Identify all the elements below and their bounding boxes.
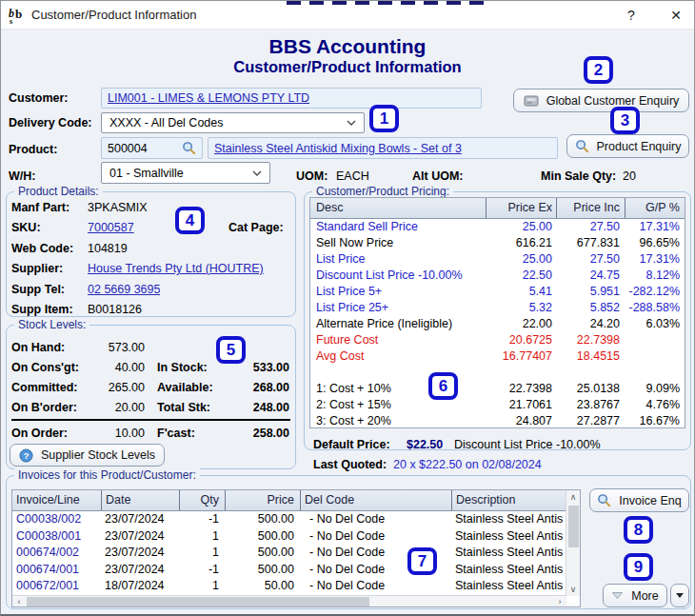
inc-cell: 5.852 (556, 300, 625, 316)
product-description-link[interactable]: Stainless Steel Antiskid Mixing Bowls - … (214, 142, 462, 155)
inc-cell: 5.951 (556, 284, 625, 300)
uom-label: UOM: (296, 169, 328, 183)
default-price-value: $22.50 (407, 438, 443, 451)
pricing-row[interactable]: List Price 5+5.415.951-282.12% (310, 284, 685, 300)
alt-uom-label: Alt UOM: (412, 169, 463, 183)
pricing-row[interactable]: Avg Cost16.7740718.4515 (310, 348, 685, 365)
close-button[interactable]: ✕ (658, 1, 694, 30)
column-header[interactable]: Price (225, 490, 300, 510)
ex-cell: 20.6725 (486, 332, 556, 348)
supplier-stock-levels-button[interactable]: ? Supplier Stock Levels (10, 444, 165, 467)
global-customer-enquiry-label: Global Customer Enquiry (546, 94, 680, 108)
invoice-row[interactable]: C00038/00223/07/2024-1500.00- No Del Cod… (12, 511, 580, 528)
search-icon[interactable] (182, 141, 196, 155)
svg-text:b: b (15, 7, 22, 21)
vertical-scrollbar[interactable]: ∧ ∨ (566, 490, 580, 596)
invoice-row[interactable]: 000672/00118/07/2024150.00- No Del CodeS… (12, 578, 580, 595)
column-header[interactable]: G/P % (625, 198, 685, 218)
pricing-row[interactable]: Sell Now Price616.21677.83196.65% (310, 235, 685, 251)
chevron-down-icon (252, 170, 262, 176)
idesc-cell: Stainless Steel Antis (451, 545, 566, 562)
pricing-row[interactable] (310, 365, 685, 381)
product-description-field[interactable]: Stainless Steel Antiskid Mixing Bowls - … (208, 137, 558, 159)
ex-cell: 16.77407 (486, 348, 556, 365)
chevron-down-icon (347, 120, 356, 126)
invoice-row[interactable]: 000674/00123/07/2024-1500.00- No Del Cod… (12, 562, 580, 579)
column-header[interactable]: Price Ex (486, 198, 556, 218)
inv-cell: 000672/001 (12, 578, 101, 595)
horizontal-scrollbar[interactable]: ‹ › (12, 595, 566, 606)
desc-cell: List Price 5+ (310, 284, 486, 300)
idesc-cell: Stainless Steel Antis (451, 511, 566, 528)
column-header[interactable]: Price Inc (556, 198, 625, 218)
inc-cell: 22.7398 (556, 332, 625, 348)
ex-cell: 24.807 (486, 413, 556, 428)
qty-cell: -1 (179, 562, 225, 579)
gp-cell: 17.31% (625, 219, 685, 235)
date-cell: 23/07/2024 (101, 511, 179, 528)
pricing-row[interactable]: List Price25.0027.5017.31% (310, 251, 685, 268)
invoices-table-header: Invoice/Line Date Qty Price Del Code Des… (12, 490, 580, 511)
fcast-label: F'cast: (157, 427, 195, 440)
pricing-row[interactable]: List Price 25+5.325.852-288.58% (310, 300, 685, 316)
date-cell: 23/07/2024 (101, 562, 179, 579)
del-cell: - No Del Code (300, 578, 451, 595)
invoices-title: Invoices for this Product/Customer: (14, 468, 200, 482)
column-header[interactable]: Date (101, 490, 179, 510)
min-sale-qty-value: 20 (623, 169, 636, 183)
callout-6: 6 (428, 372, 458, 400)
supplier-link[interactable]: House Trends Pty Ltd (HOUTRE) (88, 262, 264, 275)
gp-cell: 9.09% (625, 381, 685, 397)
sku-link[interactable]: 7000587 (88, 221, 134, 234)
search-icon (597, 493, 611, 507)
invoice-enq-button[interactable]: Invoice Enq (589, 488, 689, 512)
column-header[interactable]: Desc (310, 198, 486, 218)
help-button[interactable]: ? (615, 1, 647, 30)
more-dropdown-button[interactable] (670, 584, 689, 607)
del-cell: - No Del Code (300, 528, 451, 546)
min-sale-qty-label: Min Sale Qty: (541, 169, 616, 183)
product-code-value: 500004 (108, 142, 148, 155)
scroll-down-arrow-icon[interactable]: ∨ (566, 583, 580, 596)
qty-cell: 1 (179, 545, 225, 562)
callout-8: 8 (624, 516, 653, 544)
scroll-up-arrow-icon[interactable]: ∧ (566, 490, 580, 504)
pricing-row[interactable]: 3: Cost + 20%24.80727.287716.67% (310, 413, 685, 428)
delivery-code-select[interactable]: XXXX - All Del Codes (101, 112, 365, 133)
scroll-left-arrow-icon[interactable]: ‹ (12, 596, 26, 606)
pricing-row[interactable]: 2: Cost + 15%21.706123.87674.76% (310, 397, 685, 413)
pricing-row[interactable]: Future Cost20.672522.7398 (310, 332, 685, 348)
on-hand-value: 573.00 (64, 341, 145, 354)
price-cell: 500.00 (225, 562, 300, 579)
column-header[interactable]: Description (451, 490, 566, 510)
pricing-row[interactable]: Alternate Price (Ineligible)22.0024.206.… (310, 316, 685, 332)
pricing-row[interactable]: 1: Cost + 10%22.739825.01389.09% (310, 381, 685, 397)
cat-page-label: Cat Page: (228, 221, 284, 234)
inc-cell: 27.50 (556, 219, 625, 235)
warehouse-select[interactable]: 01 - Smallville (101, 162, 270, 184)
invoice-row[interactable]: C00038/00123/07/20241500.00- No Del Code… (12, 528, 580, 546)
pricing-row[interactable]: Standard Sell Price25.0027.5017.31% (310, 219, 685, 235)
column-header[interactable]: Qty (179, 490, 225, 510)
ex-cell: 25.00 (486, 219, 556, 235)
more-button[interactable]: More (603, 584, 667, 607)
scrollbar-thumb[interactable] (27, 597, 369, 606)
invoices-table-body: C00038/00223/07/2024-1500.00- No Del Cod… (12, 511, 580, 595)
price-cell: 500.00 (225, 511, 300, 528)
scroll-right-arrow-icon[interactable]: › (553, 596, 566, 606)
ex-cell (486, 365, 556, 381)
global-customer-enquiry-button[interactable]: Global Customer Enquiry (513, 89, 689, 112)
product-enquiry-button[interactable]: Product Enquiry (566, 134, 689, 158)
pricing-row[interactable]: Discount List Price -10.00%22.5024.758.1… (310, 268, 685, 284)
web-code-value: 104819 (88, 242, 128, 255)
scrollbar-thumb[interactable] (568, 506, 579, 547)
customer-field[interactable]: LIM001 - LIMES & LEMONS PTY LTD (101, 88, 482, 109)
desc-cell: Future Cost (310, 332, 486, 348)
stock-levels-title: Stock Levels: (14, 318, 89, 331)
customer-link[interactable]: LIM001 - LIMES & LEMONS PTY LTD (108, 91, 309, 105)
column-header[interactable]: Invoice/Line (12, 490, 101, 510)
product-code-input[interactable]: 500004 (101, 137, 203, 159)
column-header[interactable]: Del Code (300, 490, 451, 510)
supp-tel-link[interactable]: 02 5669 3695 (88, 283, 160, 296)
invoice-row[interactable]: 000674/00223/07/20241500.00- No Del Code… (12, 545, 580, 562)
